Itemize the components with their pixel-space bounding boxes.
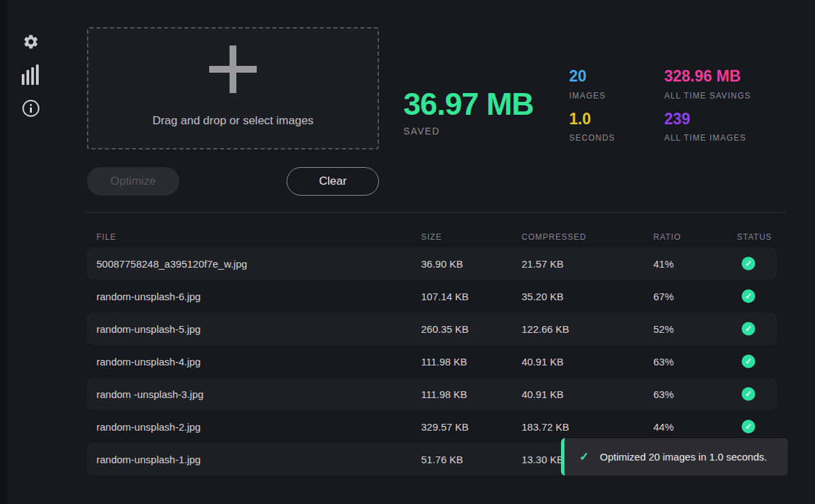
images-count-value: 20 — [569, 67, 615, 86]
file-size: 36.90 KB — [421, 258, 522, 270]
all-time-stats: 328.96 MB ALL TIME SAVINGS 239 ALL TIME … — [664, 67, 751, 152]
ratio: 63% — [653, 389, 737, 400]
all-time-images-value: 239 — [664, 110, 751, 129]
file-size: 107.14 KB — [421, 291, 522, 302]
compressed-size: 40.91 KB — [522, 356, 653, 367]
plus-icon — [209, 49, 257, 90]
col-header-compressed: COMPRESSED — [522, 232, 653, 242]
file-size: 111.98 KB — [421, 389, 522, 400]
status-check-icon: ✓ — [742, 257, 755, 270]
col-header-size: SIZE — [421, 232, 522, 242]
sidebar-item-about[interactable] — [21, 98, 40, 118]
saved-value: 36.97 MB — [403, 88, 533, 120]
sidebar-item-stats[interactable] — [21, 65, 40, 84]
file-name: random-unsplash-5.jpg — [96, 323, 421, 335]
seconds-label: SECONDS — [569, 133, 615, 143]
status-check-icon: ✓ — [742, 322, 755, 336]
file-size: 260.35 KB — [421, 323, 522, 335]
col-header-ratio: RATIO — [653, 232, 737, 242]
ratio: 52% — [653, 323, 737, 335]
compressed-size: 40.91 KB — [522, 389, 653, 400]
table-row: random -unsplash-3.jpg 111.98 KB 40.91 K… — [87, 378, 777, 410]
optimize-button[interactable]: Optimize — [87, 167, 179, 196]
col-header-status: STATUS — [737, 232, 767, 242]
ratio: 63% — [653, 356, 737, 367]
clear-button[interactable]: Clear — [287, 167, 379, 196]
all-time-savings-value: 328.96 MB — [664, 67, 751, 86]
compressed-size: 122.66 KB — [522, 323, 653, 335]
table-row: random-unsplash-4.jpg 111.98 KB 40.91 KB… — [87, 345, 777, 378]
ratio: 41% — [653, 258, 737, 270]
table-row: 50087758248_a395120f7e_w.jpg 36.90 KB 21… — [87, 247, 777, 280]
file-size: 111.98 KB — [421, 356, 522, 367]
window-left-edge — [0, 0, 7, 504]
file-name: random-unsplash-2.jpg — [96, 421, 421, 433]
file-size: 329.57 KB — [421, 421, 522, 433]
file-name: random-unsplash-1.jpg — [96, 454, 421, 465]
saved-stat: 36.97 MB SAVED — [403, 88, 533, 137]
toast-notification: ✓ Optimized 20 images in 1.0 seconds. — [561, 438, 788, 475]
all-time-images-label: ALL TIME IMAGES — [664, 133, 751, 143]
table-row: random-unsplash-6.jpg 107.14 KB 35.20 KB… — [87, 280, 777, 312]
saved-label: SAVED — [403, 126, 533, 137]
table-header-row: FILE SIZE COMPRESSED RATIO STATUS — [87, 228, 777, 246]
session-stats: 20 IMAGES 1.0 SECONDS — [569, 67, 615, 152]
sidebar-item-settings[interactable] — [21, 32, 40, 51]
toast-message: Optimized 20 images in 1.0 seconds. — [600, 451, 767, 463]
ratio: 44% — [653, 421, 737, 433]
ratio: 67% — [653, 291, 737, 302]
file-size: 51.76 KB — [421, 454, 522, 465]
images-count-label: IMAGES — [569, 91, 615, 101]
all-time-savings-label: ALL TIME SAVINGS — [664, 91, 751, 101]
status-check-icon: ✓ — [742, 289, 755, 303]
file-name: 50087758248_a395120f7e_w.jpg — [96, 258, 421, 270]
image-dropzone[interactable]: Drag and drop or select images — [87, 27, 379, 149]
gear-icon — [22, 33, 39, 50]
section-divider — [83, 212, 786, 213]
dropzone-label: Drag and drop or select images — [152, 114, 313, 128]
status-check-icon: ✓ — [742, 355, 755, 368]
compressed-size: 183.72 KB — [522, 421, 653, 433]
toast-check-icon: ✓ — [579, 450, 589, 464]
info-icon — [22, 100, 39, 117]
compressed-size: 21.57 KB — [522, 258, 653, 270]
file-name: random-unsplash-6.jpg — [96, 291, 421, 302]
table-row: random-unsplash-5.jpg 260.35 KB 122.66 K… — [87, 312, 777, 345]
seconds-value: 1.0 — [569, 110, 615, 129]
col-header-file: FILE — [96, 232, 421, 242]
compressed-size: 35.20 KB — [522, 291, 653, 302]
sidebar — [20, 32, 41, 118]
bar-chart-icon — [22, 65, 39, 85]
status-check-icon: ✓ — [742, 387, 755, 401]
file-name: random -unsplash-3.jpg — [96, 389, 421, 400]
file-name: random-unsplash-4.jpg — [96, 356, 421, 367]
status-check-icon: ✓ — [742, 420, 755, 433]
